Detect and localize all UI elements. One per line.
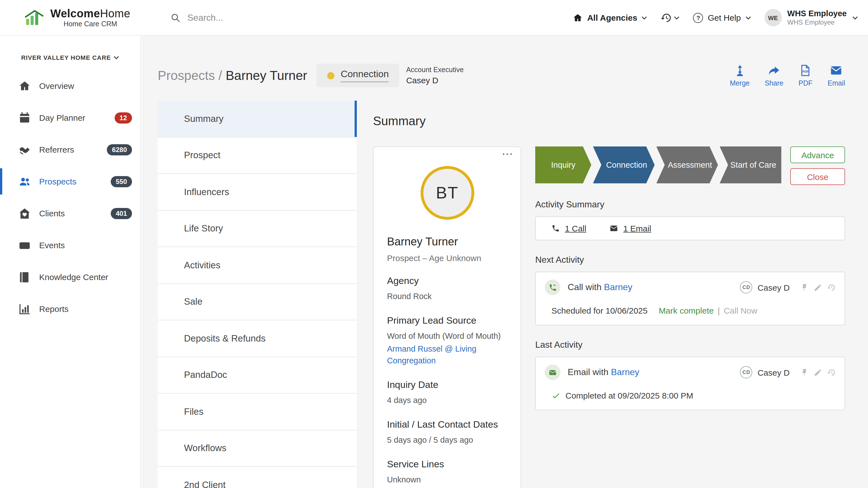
pin-icon[interactable] bbox=[800, 368, 809, 377]
sidebar-item-label: Clients bbox=[39, 208, 65, 218]
close-button[interactable]: Close bbox=[790, 168, 845, 185]
call-now-link[interactable]: Call Now bbox=[724, 306, 757, 315]
chevron-down-icon bbox=[674, 16, 680, 19]
stage-connection: Connection bbox=[593, 147, 655, 183]
sidebar-item-clients[interactable]: Clients 401 bbox=[0, 197, 141, 229]
tab-2nd-client[interactable]: 2nd Client bbox=[158, 467, 357, 488]
tab-influencers[interactable]: Influencers bbox=[158, 174, 357, 210]
header-actions: Merge Share PDF PDF bbox=[730, 64, 845, 87]
tab-prospect[interactable]: Prospect bbox=[158, 137, 357, 174]
sidebar-item-label: Events bbox=[39, 240, 65, 250]
next-activity-card: Call with Barney CD Casey D bbox=[535, 272, 845, 325]
tab-sale[interactable]: Sale bbox=[158, 284, 357, 320]
brand-welcome: Welcome bbox=[50, 7, 100, 20]
pin-icon[interactable] bbox=[800, 283, 809, 292]
pdf-file-icon: PDF bbox=[799, 64, 811, 76]
separator: | bbox=[718, 306, 720, 315]
pipeline-row: Inquiry Connection Assessment Start of C… bbox=[535, 147, 845, 185]
profile-initials: BT bbox=[436, 183, 459, 202]
share-button[interactable]: Share bbox=[765, 64, 783, 87]
history-icon[interactable] bbox=[827, 283, 836, 292]
mark-complete-link[interactable]: Mark complete bbox=[659, 306, 714, 315]
last-activity-card: Email with Barney CD Casey D bbox=[535, 357, 845, 410]
email-label: Email bbox=[828, 79, 845, 87]
activity-owner: CD Casey D bbox=[740, 366, 836, 379]
history-menu-button[interactable] bbox=[661, 12, 680, 23]
tab-pandadoc[interactable]: PandaDoc bbox=[158, 357, 357, 393]
tab-deposits-refunds[interactable]: Deposits & Refunds bbox=[158, 320, 357, 357]
history-icon[interactable] bbox=[827, 368, 836, 377]
svg-text:PDF: PDF bbox=[803, 70, 809, 73]
tab-workflows[interactable]: Workflows bbox=[158, 430, 357, 467]
tab-files[interactable]: Files bbox=[158, 393, 357, 430]
sidebar-item-events[interactable]: Events bbox=[0, 229, 141, 261]
field-service-lines: Service Lines Unknown bbox=[387, 459, 507, 486]
emails-stat-link[interactable]: 1 Email bbox=[610, 224, 651, 233]
breadcrumb: Prospects / Barney Turner bbox=[158, 68, 307, 83]
events-icon bbox=[19, 239, 31, 251]
user-menu[interactable]: WE WHS Employee WHS Employee bbox=[764, 8, 858, 27]
status-dot-icon bbox=[327, 72, 335, 79]
clients-count-badge: 401 bbox=[111, 208, 132, 219]
day-planner-count-badge: 12 bbox=[114, 112, 132, 123]
prospects-count-badge: 550 bbox=[111, 176, 132, 187]
breadcrumb-prospects-link[interactable]: Prospects / bbox=[158, 68, 222, 83]
status-chip[interactable]: Connection bbox=[316, 64, 399, 87]
email-button[interactable]: Email bbox=[828, 64, 845, 87]
field-agency: Agency Round Rock bbox=[387, 275, 507, 302]
account-executive-block: Account Executive Casey D bbox=[406, 66, 464, 85]
activity-owner: CD Casey D bbox=[740, 281, 836, 293]
edit-pencil-icon[interactable] bbox=[814, 283, 822, 292]
advance-button[interactable]: Advance bbox=[790, 147, 845, 163]
sidebar-item-prospects[interactable]: Prospects 550 bbox=[0, 165, 141, 197]
breadcrumb-current: Barney Turner bbox=[226, 68, 307, 83]
people-icon bbox=[19, 175, 31, 188]
edit-pencil-icon[interactable] bbox=[814, 368, 822, 377]
brand-logo[interactable]: WelcomeHome Home Care CRM bbox=[25, 7, 130, 28]
page-header: Prospects / Barney Turner Connection Acc… bbox=[142, 36, 868, 87]
sidebar-item-overview[interactable]: Overview bbox=[0, 70, 141, 102]
get-help-label: Get Help bbox=[708, 13, 741, 22]
pdf-label: PDF bbox=[798, 79, 812, 87]
history-icon bbox=[661, 12, 672, 23]
sidebar-item-knowledge-center[interactable]: Knowledge Center bbox=[0, 261, 141, 293]
calendar-icon bbox=[19, 111, 31, 124]
agency-selector[interactable]: RIVER VALLEY HOME CARE bbox=[0, 54, 141, 61]
welcomehome-crm-app: WelcomeHome Home Care CRM All Agencies bbox=[0, 0, 868, 488]
more-options-icon[interactable]: ⋯ bbox=[502, 148, 513, 159]
tab-activities[interactable]: Activities bbox=[158, 247, 357, 284]
owner-name: Casey D bbox=[757, 283, 790, 292]
get-help-button[interactable]: ? Get Help bbox=[693, 12, 751, 23]
chevron-down-icon bbox=[852, 16, 858, 19]
tab-summary[interactable]: Summary bbox=[158, 101, 357, 137]
search-icon bbox=[170, 12, 181, 23]
pipeline-stages: Inquiry Connection Assessment Start of C… bbox=[535, 147, 781, 183]
phone-icon bbox=[552, 224, 560, 232]
page-title: Summary bbox=[373, 114, 845, 129]
summary-right-column: Inquiry Connection Assessment Start of C… bbox=[535, 147, 845, 410]
sidebar-item-label: Overview bbox=[39, 81, 74, 91]
last-activity-heading: Last Activity bbox=[535, 340, 845, 350]
pdf-button[interactable]: PDF PDF bbox=[798, 64, 812, 87]
merge-button[interactable]: Merge bbox=[730, 64, 750, 87]
calls-stat-link[interactable]: 1 Call bbox=[552, 224, 586, 233]
account-executive-label: Account Executive bbox=[406, 66, 464, 74]
question-mark-icon: ? bbox=[693, 12, 703, 23]
referrers-count-badge: 6280 bbox=[107, 144, 132, 155]
call-activity-icon bbox=[545, 280, 560, 295]
prospect-link[interactable]: Barney bbox=[611, 367, 639, 377]
sidebar-item-label: Referrers bbox=[39, 145, 74, 154]
user-text: WHS Employee WHS Employee bbox=[787, 8, 847, 27]
search-input[interactable] bbox=[187, 12, 366, 23]
welcomehome-logo-icon bbox=[25, 9, 45, 27]
sidebar-item-reports[interactable]: Reports bbox=[0, 293, 141, 325]
sidebar-item-day-planner[interactable]: Day Planner 12 bbox=[0, 102, 141, 134]
record-tabs: Summary Prospect Influencers Life Story … bbox=[158, 101, 357, 488]
lead-source-contact-link[interactable]: Armand Russel @ Living Congregation bbox=[387, 343, 507, 367]
prospect-link[interactable]: Barney bbox=[604, 282, 632, 292]
page-body: Summary Prospect Influencers Life Story … bbox=[142, 87, 868, 488]
stage-start-of-care: Start of Care bbox=[720, 147, 782, 183]
sidebar-item-referrers[interactable]: Referrers 6280 bbox=[0, 134, 141, 165]
all-agencies-selector[interactable]: All Agencies bbox=[573, 12, 647, 23]
tab-life-story[interactable]: Life Story bbox=[158, 210, 357, 247]
